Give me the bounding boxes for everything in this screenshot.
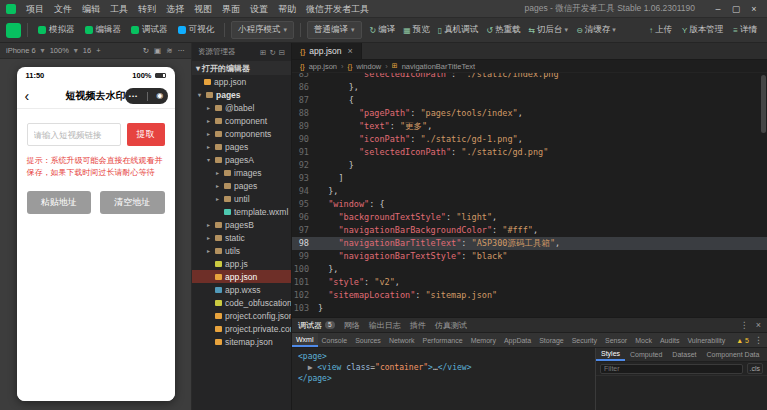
- devtools-tab-network[interactable]: Network: [385, 333, 419, 347]
- mode-select[interactable]: 小程序模式 ▾: [231, 21, 294, 39]
- tree-pagesA[interactable]: ▾pagesA: [192, 153, 291, 166]
- tree-component[interactable]: ▸component: [192, 114, 291, 127]
- styles-tab-dataset[interactable]: Dataset: [667, 348, 701, 361]
- compile-button[interactable]: ↻编译: [366, 22, 400, 38]
- cls-toggle[interactable]: .cls: [747, 363, 764, 374]
- minimize-button[interactable]: –: [709, 4, 727, 14]
- tree-babel[interactable]: ▸@babel: [192, 101, 291, 114]
- code-line-85[interactable]: 85 "selectedIconPath": "./static/index.p…: [292, 73, 767, 81]
- close-panel-icon[interactable]: ×: [756, 320, 761, 330]
- tree-project-private-config[interactable]: project.private.config.j...: [192, 322, 291, 335]
- code-line-94[interactable]: 94 },: [292, 185, 767, 198]
- tree-pagesA-pages[interactable]: ▸pages: [192, 179, 291, 192]
- debugger-panel-tab[interactable]: 调试器5: [298, 320, 335, 331]
- tree-template-wxml[interactable]: template.wxml: [192, 205, 291, 218]
- plugin-panel-tab[interactable]: 插件: [410, 320, 426, 331]
- tab-app-json[interactable]: {} app.json ×: [292, 43, 362, 59]
- zoom-select[interactable]: 100%: [50, 46, 69, 55]
- device-select[interactable]: iPhone 6: [6, 46, 36, 55]
- close-tab-icon[interactable]: ×: [347, 46, 352, 56]
- details-button[interactable]: ≡详情: [729, 22, 761, 38]
- menu-item-9[interactable]: 帮助: [273, 0, 301, 18]
- close-button[interactable]: ×: [745, 4, 763, 14]
- devtools-tab-console[interactable]: Console: [318, 333, 352, 347]
- rotate-icon[interactable]: ↻: [143, 46, 149, 55]
- tree-sitemap[interactable]: sitemap.json: [192, 335, 291, 348]
- user-avatar[interactable]: [6, 23, 21, 38]
- tree-pagesB[interactable]: ▸pagesB: [192, 218, 291, 231]
- code-line-90[interactable]: 90 "iconPath": "./static/gd-1.png",: [292, 133, 767, 146]
- menu-item-1[interactable]: 文件: [49, 0, 77, 18]
- simulation-panel-tab[interactable]: 仿真测试: [435, 320, 467, 331]
- extract-button[interactable]: 提取: [127, 123, 165, 146]
- code-line-101[interactable]: 101 "style": "v2",: [292, 276, 767, 289]
- new-file-icon[interactable]: ⊞: [260, 48, 266, 57]
- menu-item-6[interactable]: 视图: [189, 0, 217, 18]
- code-line-97[interactable]: 97 "navigationBarBackgroundColor": "#fff…: [292, 224, 767, 237]
- tree-static[interactable]: ▸static: [192, 231, 291, 244]
- code-line-89[interactable]: 89 "text": "更多",: [292, 120, 767, 133]
- more-icon[interactable]: ⋮: [754, 333, 767, 347]
- preview-button[interactable]: ▦预览: [399, 22, 434, 38]
- open-editor-app-json[interactable]: app.json: [192, 75, 291, 88]
- more-icon[interactable]: ⋮: [740, 320, 749, 330]
- simulator-toggle[interactable]: 模拟器: [34, 22, 79, 38]
- devtools-tab-memory[interactable]: Memory: [467, 333, 500, 347]
- code-line-91[interactable]: 91 "selectedIconPath": "./static/gd.png": [292, 146, 767, 159]
- breadcrumb-property[interactable]: navigationBarTitleText: [402, 62, 476, 71]
- version-control-button[interactable]: Y版本管理: [678, 22, 727, 38]
- wxml-node[interactable]: </page>: [298, 373, 589, 384]
- compile-mode-select[interactable]: 普通编译 ▾: [307, 21, 362, 39]
- clear-address-button[interactable]: 清空地址: [100, 191, 165, 214]
- tree-pages[interactable]: ▸pages: [192, 140, 291, 153]
- code-line-99[interactable]: 99 "navigationBarTextStyle": "black": [292, 250, 767, 263]
- tree-utils[interactable]: ▸utils: [192, 244, 291, 257]
- devtools-tab-security[interactable]: Security: [568, 333, 601, 347]
- tree-components[interactable]: ▸components: [192, 127, 291, 140]
- more-icon[interactable]: ⋯: [178, 46, 186, 55]
- breadcrumb-window[interactable]: window: [356, 62, 381, 71]
- code-line-92[interactable]: 92 }: [292, 159, 767, 172]
- code-line-86[interactable]: 86 },: [292, 81, 767, 94]
- wxml-tree[interactable]: <page> ▶ <view class="container">…</view…: [292, 348, 595, 410]
- tree-images[interactable]: ▸images: [192, 166, 291, 179]
- wxml-node[interactable]: <page>: [298, 351, 589, 362]
- remote-debug-button[interactable]: ▯真机调试: [434, 22, 482, 38]
- menu-item-8[interactable]: 设置: [245, 0, 273, 18]
- menu-item-3[interactable]: 工具: [105, 0, 133, 18]
- code-line-87[interactable]: 87 {: [292, 94, 767, 107]
- menu-item-4[interactable]: 转到: [133, 0, 161, 18]
- code-line-93[interactable]: 93 ]: [292, 172, 767, 185]
- devtools-tab-vulnerability[interactable]: Vulnerability: [683, 333, 729, 347]
- menu-item-2[interactable]: 编辑: [77, 0, 105, 18]
- devtools-tab-audits[interactable]: Audits: [656, 333, 683, 347]
- menu-item-0[interactable]: 项目: [21, 0, 49, 18]
- warning-count[interactable]: ▲ 5: [731, 333, 754, 347]
- code-line-88[interactable]: 88 "pagePath": "pages/tools/index",: [292, 107, 767, 120]
- editor-toggle[interactable]: 编辑器: [81, 22, 126, 38]
- hot-reload-button[interactable]: ↺热重载: [482, 22, 524, 38]
- refresh-icon[interactable]: ↻: [269, 48, 275, 57]
- breadcrumb-file[interactable]: app.json: [309, 62, 337, 71]
- scale-select[interactable]: 16: [83, 46, 91, 55]
- tree-app-js[interactable]: app.js: [192, 257, 291, 270]
- devtools-tab-sensor[interactable]: Sensor: [601, 333, 631, 347]
- code-line-96[interactable]: 96 "backgroundTextStyle": "light",: [292, 211, 767, 224]
- styles-tab-styles[interactable]: Styles: [596, 348, 625, 361]
- styles-tab-component-data[interactable]: Component Data: [701, 348, 764, 361]
- clear-cache-button[interactable]: ⊖清缓存▾: [572, 22, 620, 38]
- debugger-toggle[interactable]: 调试器: [127, 22, 172, 38]
- capture-icon[interactable]: ▣: [154, 46, 161, 55]
- code-line-102[interactable]: 102 "sitemapLocation": "sitemap.json": [292, 289, 767, 302]
- code-line-103[interactable]: 103}: [292, 302, 767, 315]
- paste-address-button[interactable]: 粘贴地址: [27, 191, 92, 214]
- tree-root-pages[interactable]: ▾pages: [192, 88, 291, 101]
- devtools-tab-sources[interactable]: Sources: [351, 333, 385, 347]
- add-device-button[interactable]: +: [96, 46, 100, 55]
- menu-item-7[interactable]: 界面: [217, 0, 245, 18]
- capsule-menu-button[interactable]: •••: [129, 93, 138, 99]
- network-panel-tab[interactable]: 网络: [344, 320, 360, 331]
- output-panel-tab[interactable]: 输出日志: [369, 320, 401, 331]
- editor-scrollbar[interactable]: [761, 75, 766, 133]
- upload-button[interactable]: ↑上传: [645, 22, 676, 38]
